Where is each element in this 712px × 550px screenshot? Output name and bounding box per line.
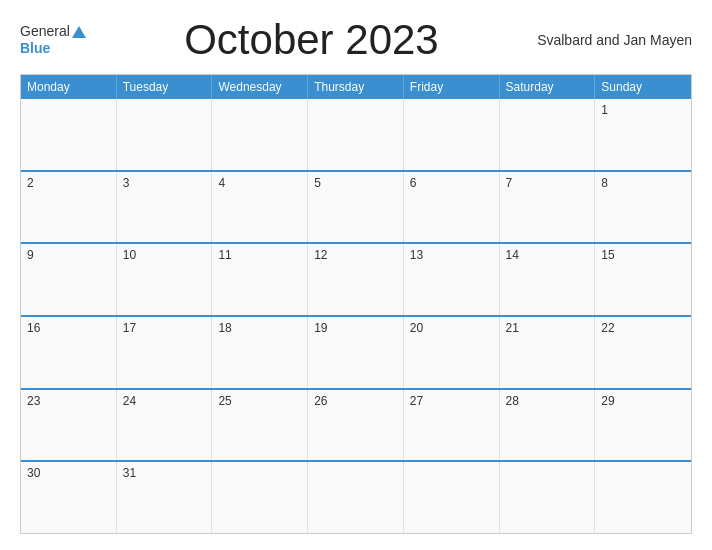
day-number: 20 [410,321,423,335]
calendar-cell: 31 [117,462,213,533]
calendar-cell: 29 [595,390,691,461]
week-row-1: 2345678 [21,170,691,243]
header-day-sunday: Sunday [595,75,691,99]
day-number: 5 [314,176,321,190]
calendar-cell: 1 [595,99,691,170]
logo: General Blue [20,23,86,57]
calendar-body: 1234567891011121314151617181920212223242… [21,99,691,533]
calendar-cell [500,99,596,170]
day-number: 29 [601,394,614,408]
week-row-5: 3031 [21,460,691,533]
calendar-cell [500,462,596,533]
day-number: 30 [27,466,40,480]
day-number: 19 [314,321,327,335]
day-number: 15 [601,248,614,262]
calendar-cell: 10 [117,244,213,315]
day-number: 21 [506,321,519,335]
calendar-cell: 2 [21,172,117,243]
day-number: 27 [410,394,423,408]
calendar-cell: 25 [212,390,308,461]
calendar-cell: 19 [308,317,404,388]
logo-triangle-icon [72,26,86,38]
calendar-cell: 21 [500,317,596,388]
calendar-cell: 28 [500,390,596,461]
day-number: 31 [123,466,136,480]
day-number: 14 [506,248,519,262]
day-number: 26 [314,394,327,408]
calendar-cell: 30 [21,462,117,533]
header-day-monday: Monday [21,75,117,99]
day-number: 7 [506,176,513,190]
calendar-header: MondayTuesdayWednesdayThursdayFridaySatu… [21,75,691,99]
logo-blue-text: Blue [20,40,50,57]
calendar-cell: 20 [404,317,500,388]
calendar-cell [404,462,500,533]
calendar-cell: 8 [595,172,691,243]
day-number: 11 [218,248,231,262]
day-number: 22 [601,321,614,335]
week-row-3: 16171819202122 [21,315,691,388]
calendar-cell [308,99,404,170]
calendar-cell: 11 [212,244,308,315]
day-number: 1 [601,103,608,117]
day-number: 12 [314,248,327,262]
header: General Blue October 2023 Svalbard and J… [20,16,692,64]
calendar-cell: 7 [500,172,596,243]
day-number: 6 [410,176,417,190]
region-label: Svalbard and Jan Mayen [537,32,692,48]
day-number: 4 [218,176,225,190]
day-number: 25 [218,394,231,408]
logo-general-text: General [20,23,70,40]
calendar-cell [404,99,500,170]
calendar-cell [212,462,308,533]
day-number: 23 [27,394,40,408]
calendar-cell: 24 [117,390,213,461]
header-day-wednesday: Wednesday [212,75,308,99]
calendar-cell: 14 [500,244,596,315]
calendar-cell: 22 [595,317,691,388]
calendar-cell [308,462,404,533]
calendar-cell [595,462,691,533]
day-number: 9 [27,248,34,262]
calendar-cell: 16 [21,317,117,388]
calendar-cell: 13 [404,244,500,315]
header-day-thursday: Thursday [308,75,404,99]
calendar: MondayTuesdayWednesdayThursdayFridaySatu… [20,74,692,534]
calendar-cell: 4 [212,172,308,243]
week-row-4: 23242526272829 [21,388,691,461]
calendar-cell: 6 [404,172,500,243]
day-number: 3 [123,176,130,190]
calendar-page: General Blue October 2023 Svalbard and J… [0,0,712,550]
calendar-cell: 17 [117,317,213,388]
day-number: 18 [218,321,231,335]
calendar-cell [117,99,213,170]
calendar-title: October 2023 [86,16,537,64]
week-row-0: 1 [21,99,691,170]
calendar-cell [21,99,117,170]
day-number: 2 [27,176,34,190]
day-number: 16 [27,321,40,335]
calendar-cell [212,99,308,170]
calendar-cell: 5 [308,172,404,243]
calendar-cell: 18 [212,317,308,388]
day-number: 28 [506,394,519,408]
day-number: 13 [410,248,423,262]
day-number: 17 [123,321,136,335]
calendar-cell: 27 [404,390,500,461]
week-row-2: 9101112131415 [21,242,691,315]
calendar-cell: 3 [117,172,213,243]
calendar-cell: 15 [595,244,691,315]
header-day-friday: Friday [404,75,500,99]
calendar-cell: 9 [21,244,117,315]
calendar-cell: 23 [21,390,117,461]
calendar-cell: 12 [308,244,404,315]
day-number: 24 [123,394,136,408]
day-number: 8 [601,176,608,190]
header-day-tuesday: Tuesday [117,75,213,99]
calendar-cell: 26 [308,390,404,461]
day-number: 10 [123,248,136,262]
header-day-saturday: Saturday [500,75,596,99]
